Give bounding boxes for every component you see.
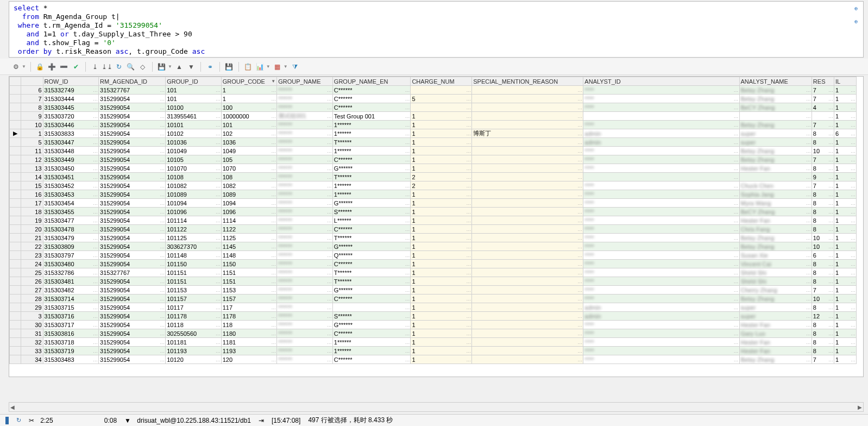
cell[interactable]: …	[472, 86, 583, 95]
cell[interactable]: 315303719…	[43, 347, 99, 355]
cell[interactable]: 1…	[411, 329, 472, 338]
cell[interactable]: BeCY Zhang…	[739, 208, 812, 216]
cell[interactable]: Hester Fan…	[739, 216, 812, 225]
column-header[interactable]	[10, 77, 21, 86]
column-header[interactable]: GROUP_NAME_EN	[332, 77, 411, 86]
cell[interactable]: 1…	[411, 338, 472, 347]
cell[interactable]: 1…	[834, 225, 856, 234]
delete-row-icon[interactable]: ➖	[59, 62, 69, 72]
cell[interactable]: Myra Wang…	[739, 199, 812, 208]
cell[interactable]: 10000000…	[221, 112, 277, 121]
cell[interactable]: ****…	[583, 121, 739, 129]
cell[interactable]: 101…	[166, 86, 222, 95]
cell[interactable]: T******…	[332, 138, 411, 147]
cell[interactable]: 101151…	[166, 268, 222, 277]
cell[interactable]: ******…	[277, 129, 333, 138]
cell[interactable]: 8…	[812, 277, 834, 286]
cell[interactable]: 8…	[812, 225, 834, 234]
cell[interactable]: 315299054…	[99, 260, 166, 268]
table-row[interactable]: 19315303477…315299054…101114…1114…******…	[10, 216, 857, 225]
cell[interactable]: 101…	[221, 121, 277, 129]
cell[interactable]: …	[472, 242, 583, 251]
cell[interactable]: …	[472, 234, 583, 242]
cell[interactable]: 1…	[411, 295, 472, 303]
cell[interactable]: 1******…	[332, 347, 411, 355]
cell[interactable]: 315299054…	[99, 295, 166, 303]
cell[interactable]: 315303444…	[43, 95, 99, 103]
cell[interactable]: 1096…	[221, 208, 277, 216]
cell[interactable]	[10, 338, 21, 347]
cell[interactable]: 315303797…	[43, 251, 99, 260]
cell[interactable]: 1…	[411, 216, 472, 225]
cell[interactable]: ******…	[277, 242, 333, 251]
cell[interactable]: 32	[21, 338, 43, 347]
cell[interactable]: Hester Fan…	[739, 321, 812, 329]
cell[interactable]: 7…	[812, 355, 834, 364]
cell[interactable]: 315299054…	[99, 173, 166, 181]
cell[interactable]: 1…	[834, 277, 856, 286]
cell[interactable]: ******…	[277, 164, 333, 173]
cell[interactable]: 1…	[834, 234, 856, 242]
cell[interactable]	[10, 286, 21, 295]
table-row[interactable]: 34315303483…315299054…10120…120…******…C…	[10, 355, 857, 364]
cell[interactable]: 10117…	[166, 303, 222, 312]
cell[interactable]: ****…	[583, 321, 739, 329]
cell[interactable]: 315299054…	[99, 277, 166, 286]
cell[interactable]: 1…	[834, 295, 856, 303]
cell[interactable]: T******…	[332, 268, 411, 277]
cell[interactable]: ****…	[583, 147, 739, 155]
cell[interactable]: 1…	[834, 173, 856, 181]
cell[interactable]: 1180…	[221, 329, 277, 338]
cell[interactable]: 315299054…	[99, 347, 166, 355]
cell[interactable]	[10, 312, 21, 321]
cell[interactable]: 1…	[834, 312, 856, 321]
cell[interactable]: 6…	[834, 129, 856, 138]
cell[interactable]: …	[472, 338, 583, 347]
cell[interactable]: 120…	[221, 355, 277, 364]
cell[interactable]: 34	[21, 355, 43, 364]
cell[interactable]	[10, 268, 21, 277]
cell[interactable]: 315299054…	[99, 216, 166, 225]
cell[interactable]: 315299054…	[99, 303, 166, 312]
cell[interactable]: 1151…	[221, 277, 277, 286]
chart-icon[interactable]: 📊	[255, 62, 265, 72]
cell[interactable]: 1…	[834, 242, 856, 251]
table-row[interactable]: 3315303716…315299054…101178…1178…******……	[10, 312, 857, 321]
refresh-status-icon[interactable]: ↻	[16, 417, 21, 424]
table-row[interactable]: 32315303718…315299054…101181…1181…******…	[10, 338, 857, 347]
cell[interactable]: 31	[21, 329, 43, 338]
cell[interactable]: 1…	[411, 225, 472, 234]
cell[interactable]: …	[411, 103, 472, 112]
cell[interactable]: T******…	[332, 234, 411, 242]
cell[interactable]: …	[472, 199, 583, 208]
cell[interactable]: 105…	[221, 155, 277, 164]
cell[interactable]	[10, 303, 21, 312]
cell[interactable]: 1…	[411, 234, 472, 242]
cell[interactable]: 101082…	[166, 181, 222, 190]
cell[interactable]	[10, 95, 21, 103]
cell[interactable]: …	[472, 347, 583, 355]
cell[interactable]: ******…	[277, 260, 333, 268]
cell[interactable]: C******…	[332, 155, 411, 164]
cell[interactable]: 1193…	[221, 347, 277, 355]
cell[interactable]: ******…	[277, 321, 333, 329]
cell[interactable]: 8…	[812, 321, 834, 329]
cell[interactable]: 1******…	[332, 129, 411, 138]
cell[interactable]: 315299054…	[99, 138, 166, 147]
cell[interactable]: 1…	[834, 286, 856, 295]
cell[interactable]: 315299054…	[99, 234, 166, 242]
cell[interactable]	[10, 181, 21, 190]
cell[interactable]: ******…	[277, 338, 333, 347]
cell[interactable]: 315299054…	[99, 181, 166, 190]
cell[interactable]: ******…	[277, 173, 333, 181]
cell[interactable]: …	[583, 173, 739, 181]
cell[interactable]	[10, 321, 21, 329]
cell[interactable]: …	[472, 277, 583, 286]
cell[interactable]: C******…	[332, 225, 411, 234]
cell[interactable]: 24	[21, 260, 43, 268]
cell[interactable]: 1…	[834, 303, 856, 312]
scroll-left-icon[interactable]: ◀	[10, 404, 15, 410]
cell[interactable]: 315303446…	[43, 121, 99, 129]
cell[interactable]: 303627370…	[166, 242, 222, 251]
column-header[interactable]: ANALYST_NAME	[739, 77, 812, 86]
